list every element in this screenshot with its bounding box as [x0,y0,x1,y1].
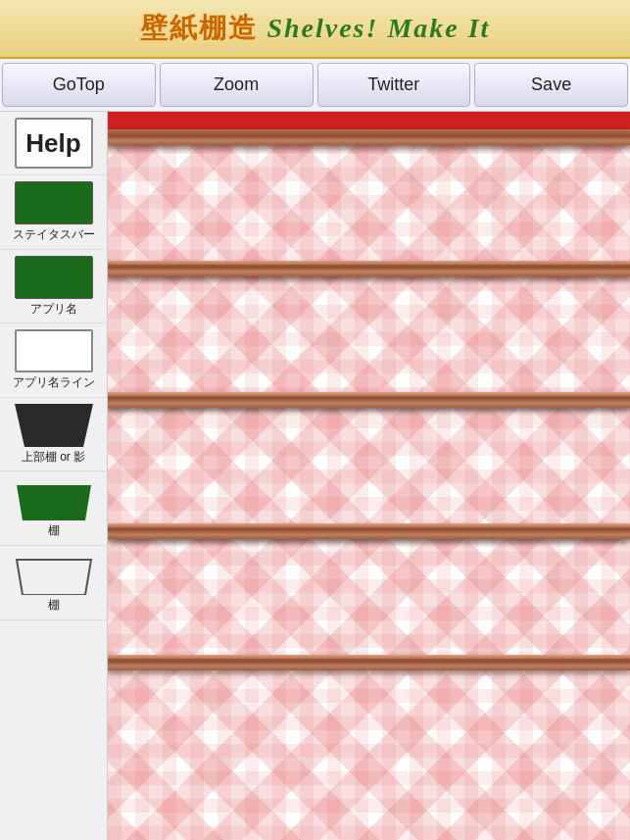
canvas-area [108,112,630,840]
shelf-space-3 [108,416,630,523]
shelf-bar-1 [108,261,630,276]
sidebar-item-shelf2[interactable]: 棚 [0,546,107,620]
top-red-bar [108,112,630,129]
canvas-background [108,112,630,840]
shelf1-icon [15,477,93,520]
app-name-color-swatch [15,256,93,299]
shelf2-icon [15,552,93,595]
gotop-button[interactable]: GoTop [2,63,156,107]
twitter-button[interactable]: Twitter [317,63,471,107]
sidebar-item-app-name-line-label: アプリ名ライン [13,375,95,391]
sidebar-item-shelf2-label: 棚 [48,598,60,614]
shelf-bar-3 [108,523,630,539]
sidebar-item-top-shelf-label: 上部棚 or 影 [22,450,85,466]
shelf-bar-2 [108,392,630,408]
shelf-shadow-2 [108,408,630,416]
app-header: 壁紙棚造 Shelves! Make It [0,0,630,59]
svg-marker-0 [15,404,93,447]
shelf-space-4 [108,547,630,655]
main-area: Help ステイタスバー アプリ名 アプリ名ライン 上部棚 or 影 [0,112,630,840]
top-shelf-icon [15,404,93,447]
status-bar-color-swatch [15,181,93,224]
sidebar: Help ステイタスバー アプリ名 アプリ名ライン 上部棚 or 影 [0,112,108,840]
top-shelf-shadow [108,145,630,153]
sidebar-item-app-name[interactable]: アプリ名 [0,250,107,324]
zoom-button[interactable]: Zoom [160,63,314,107]
sidebar-item-status-bar-label: ステイタスバー [13,227,95,243]
sidebar-item-shelf1-label: 棚 [48,523,60,539]
shelf-bar-4 [108,655,630,670]
svg-marker-1 [17,485,91,520]
shelf-space-2 [108,284,630,392]
sidebar-item-help[interactable]: Help [0,112,107,175]
sidebar-item-top-shelf[interactable]: 上部棚 or 影 [0,398,107,472]
app-title: 壁紙棚造 Shelves! Make It [140,10,491,47]
sidebar-item-status-bar[interactable]: ステイタスバー [0,175,107,250]
sidebar-item-app-name-line[interactable]: アプリ名ライン [0,323,107,398]
svg-marker-2 [17,560,91,595]
shelf-space-1 [108,153,630,261]
shelf-shadow-1 [108,276,630,284]
title-english: Shelves! Make It [267,13,490,43]
top-shelf-bar [108,129,630,145]
sidebar-item-app-name-label: アプリ名 [30,302,77,318]
title-japanese: 壁紙棚造 [140,13,258,43]
save-button[interactable]: Save [474,63,628,107]
app-name-line-color-swatch [15,329,93,372]
sidebar-item-shelf1[interactable]: 棚 [0,471,107,546]
toolbar: GoTop Zoom Twitter Save [0,59,630,112]
help-icon: Help [15,118,93,169]
shelf-shadow-3 [108,539,630,547]
